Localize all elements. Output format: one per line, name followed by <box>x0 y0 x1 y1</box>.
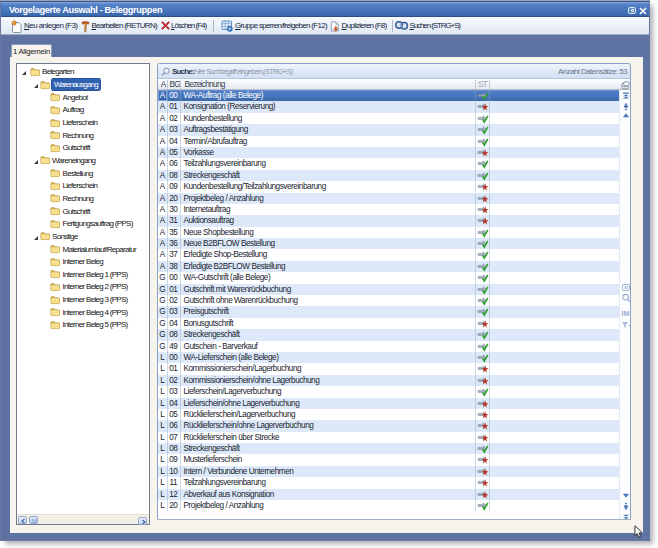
svg-text:IM: IM <box>622 309 630 316</box>
